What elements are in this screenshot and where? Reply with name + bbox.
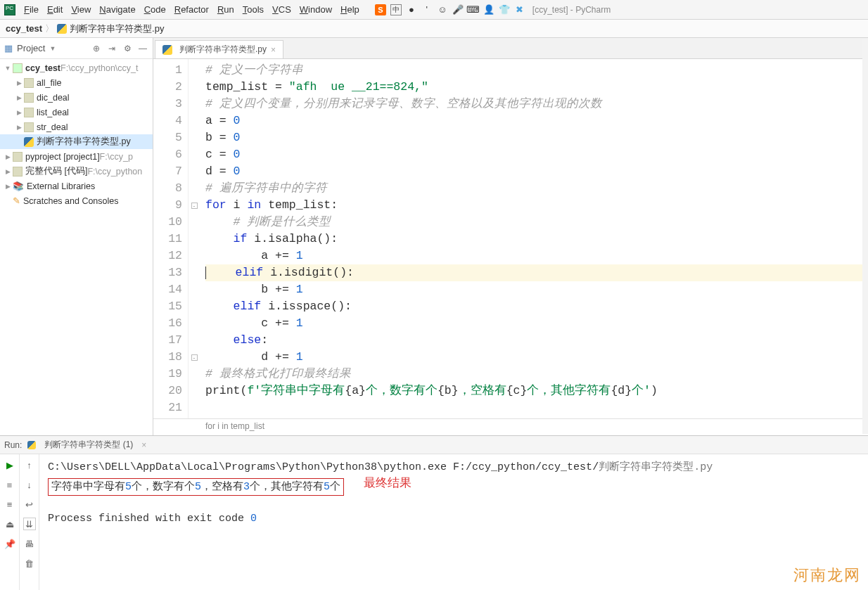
menu-help[interactable]: Help — [336, 2, 364, 17]
nav-breadcrumb: ccy_test 〉 判断字符串字符类型.py — [0, 20, 868, 38]
locate-icon[interactable]: ⊕ — [91, 43, 102, 54]
editor-breadcrumb[interactable]: for i in temp_list — [153, 418, 868, 435]
ime-bullet-icon[interactable]: ● — [406, 4, 417, 15]
sidebar-dropdown-icon[interactable]: ▼ — [49, 45, 56, 52]
ime-keyboard-icon[interactable]: ⌨ — [468, 4, 479, 15]
run-toolbar-secondary: ↑ ↓ ↩ ⇊ 🖶 🗑 — [20, 454, 39, 590]
editor-pane: 判断字符串字符类型.py × 1234567891011121314151617… — [153, 38, 868, 435]
run-toolbar-left: ▶ ■ ≡ ⏏ 📌 — [0, 454, 20, 590]
run-header-label: Run: — [4, 440, 22, 450]
python-file-icon — [57, 24, 67, 34]
breadcrumb-project[interactable]: ccy_test — [6, 23, 42, 34]
project-tree[interactable]: ▼ccy_test F:\ccy_python\ccy_t▶all_file▶d… — [0, 59, 153, 435]
menu-tools[interactable]: Tools — [238, 2, 268, 17]
result-output-box: 字符串中字母有5个，数字有个5，空格有3个，其他字符有5个 — [48, 478, 344, 496]
tree-item[interactable]: ▶str_deal — [0, 120, 153, 134]
run-config-name[interactable]: 判断字符串字符类型 (1) — [44, 439, 133, 451]
menu-navigate[interactable]: Navigate — [95, 2, 139, 17]
up-icon[interactable]: ↑ — [23, 458, 36, 471]
editor-tab[interactable]: 判断字符串字符类型.py × — [155, 40, 283, 58]
print-icon[interactable]: 🖶 — [23, 537, 36, 550]
exit-code: 0 — [250, 513, 257, 525]
exit-text: Process finished with exit code — [48, 513, 250, 525]
console-exit-line: Process finished with exit code 0 — [48, 511, 860, 527]
run-panel: Run: 判断字符串字符类型 (1) × ▶ ■ ≡ ⏏ 📌 ↑ ↓ ↩ ⇊ 🖶… — [0, 435, 868, 590]
tree-item[interactable]: ▶pyproject [project1] F:\ccy_p — [0, 149, 153, 164]
breadcrumb-file[interactable]: 判断字符串字符类型.py — [70, 23, 164, 35]
softwrap-icon[interactable]: ↩ — [23, 498, 36, 511]
run-header: Run: 判断字符串字符类型 (1) × — [0, 436, 868, 454]
fold-gutter[interactable]: -- — [189, 59, 200, 418]
tree-item[interactable]: ▶完整代码 [代码] F:\ccy_python — [0, 164, 153, 179]
menu-code[interactable]: Code — [140, 2, 170, 17]
ime-person-icon[interactable]: 👤 — [483, 4, 494, 15]
settings-gear-icon[interactable]: ⚙ — [122, 43, 133, 54]
hide-icon[interactable]: — — [137, 43, 148, 54]
menu-view[interactable]: View — [67, 2, 95, 17]
tree-item[interactable]: ▶list_deal — [0, 105, 153, 120]
breadcrumb-sep-icon: 〉 — [45, 23, 54, 35]
collapse-icon[interactable]: ⇥ — [106, 43, 117, 54]
stop-icon[interactable]: ■ — [4, 478, 16, 491]
console-command-line: C:\Users\DELL\AppData\Local\Programs\Pyt… — [48, 460, 860, 475]
menu-window[interactable]: Window — [295, 2, 336, 17]
ime-smiley-icon[interactable]: ☺ — [437, 4, 448, 15]
exit-icon[interactable]: ⏏ — [4, 518, 16, 530]
ime-zhong-icon[interactable]: 中 — [390, 4, 402, 15]
rerun-icon[interactable]: ▶ — [4, 458, 16, 471]
ime-mic-icon[interactable]: 🎤 — [452, 4, 464, 15]
tree-item[interactable]: ▶dic_deal — [0, 90, 153, 105]
menubar: FileEditViewNavigateCodeRefactorRunTools… — [0, 0, 868, 20]
editor-tab-label: 判断字符串字符类型.py — [179, 44, 267, 56]
menu-refactor[interactable]: Refactor — [170, 2, 213, 17]
ime-comma-icon[interactable]: ' — [421, 4, 433, 15]
code-editor[interactable]: 123456789101112131415161718192021 -- # 定… — [153, 59, 868, 418]
pycharm-icon — [4, 4, 15, 15]
vertical-scrollbar[interactable] — [862, 39, 868, 434]
editor-tabs: 判断字符串字符类型.py × — [153, 38, 868, 59]
ime-toolbar: S 中 ● ' ☺ 🎤 ⌨ 👤 👕 ✖ — [375, 4, 525, 15]
tree-item[interactable]: 判断字符串字符类型.py — [0, 134, 153, 149]
pin-icon[interactable]: 📌 — [4, 537, 16, 550]
tree-item[interactable]: ✎Scratches and Consoles — [0, 193, 153, 208]
down-icon[interactable]: ↓ — [23, 478, 36, 491]
line-gutter: 123456789101112131415161718192021 — [153, 59, 189, 418]
python-file-icon — [162, 45, 172, 55]
menu-file[interactable]: File — [20, 2, 43, 17]
project-sidebar: ▦ Project ▼ ⊕ ⇥ ⚙ — ▼ccy_test F:\ccy_pyt… — [0, 38, 153, 435]
tree-item[interactable]: ▶all_file — [0, 75, 153, 90]
menu-vcs[interactable]: VCS — [268, 2, 295, 17]
ime-tool-icon[interactable]: ✖ — [514, 4, 525, 15]
layout-icon[interactable]: ≡ — [4, 498, 16, 511]
cmd-file: 判断字符串字符类型.py — [599, 461, 713, 473]
window-title: [ccy_test] - PyCharm — [532, 5, 611, 15]
trash-icon[interactable]: 🗑 — [23, 557, 36, 570]
sidebar-header: ▦ Project ▼ ⊕ ⇥ ⚙ — — [0, 38, 153, 59]
scroll-icon[interactable]: ⇊ — [23, 518, 36, 530]
ime-tshirt-icon[interactable]: 👕 — [499, 4, 510, 15]
tree-item[interactable]: ▼ccy_test F:\ccy_python\ccy_t — [0, 60, 153, 75]
tree-item[interactable]: ▶📚External Libraries — [0, 179, 153, 193]
close-tab-icon[interactable]: × — [271, 45, 276, 55]
menu-run[interactable]: Run — [213, 2, 238, 17]
project-structure-icon: ▦ — [4, 43, 13, 53]
python-file-icon — [27, 441, 36, 449]
result-annotation: 最终结果 — [364, 475, 411, 491]
sogou-icon: S — [375, 4, 386, 15]
menu-edit[interactable]: Edit — [43, 2, 67, 17]
code-area[interactable]: # 定义一个字符串temp_list = "afh ue __21==824,"… — [200, 59, 868, 418]
cmd-path: C:\Users\DELL\AppData\Local\Programs\Pyt… — [48, 461, 599, 473]
close-run-tab-icon[interactable]: × — [141, 440, 146, 450]
sidebar-title[interactable]: Project — [17, 43, 45, 53]
console-output[interactable]: C:\Users\DELL\AppData\Local\Programs\Pyt… — [39, 454, 868, 590]
